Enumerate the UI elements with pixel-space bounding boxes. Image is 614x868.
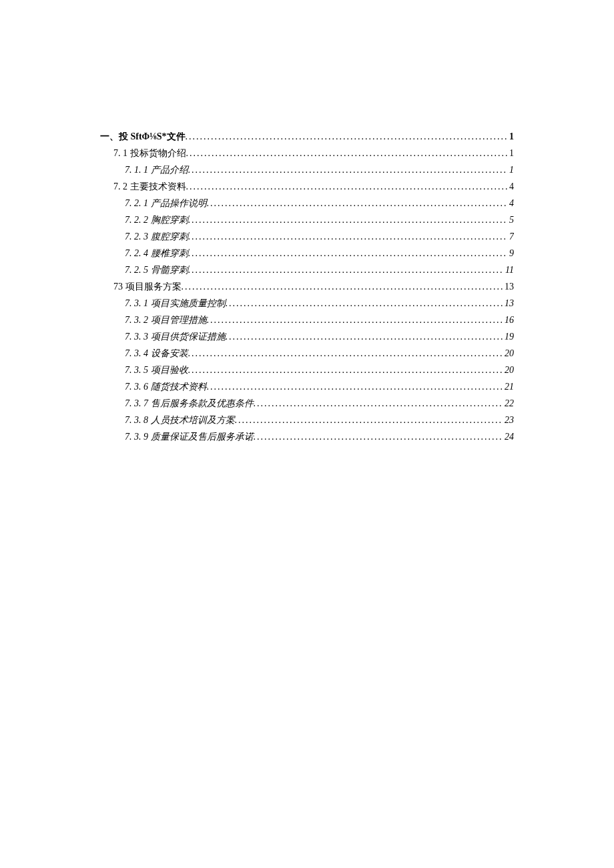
toc-entry-page: 24 — [503, 432, 514, 442]
toc-entry-label: 7. 2. 3 腹腔穿刺 — [125, 232, 188, 242]
toc-entry: 7. 3. 3 项目供货保证措施19 — [100, 332, 514, 342]
toc-entry-label: 73 项目服务方案 — [113, 282, 182, 292]
toc-leader-dots — [207, 382, 504, 392]
toc-entry-label: 7. 3. 9 质量保证及售后服务承诺 — [125, 432, 254, 442]
toc-entry: 7. 3. 5 项目验收20 — [100, 366, 514, 375]
toc-entry: 7. 3. 4 设备安装20 — [100, 349, 514, 358]
toc-entry-page: 7 — [508, 232, 514, 242]
toc-entry-label: 7. 2 主要技术资料 — [113, 182, 186, 191]
toc-leader-dots — [186, 132, 508, 141]
toc-entry-label: 7. 3. 7 售后服务条款及优惠条件 — [125, 399, 254, 408]
toc-entry-label: 7. 2. 5 骨髓穿刺 — [125, 266, 188, 275]
toc-entry: 7. 2. 3 腹腔穿刺7 — [100, 232, 514, 242]
toc-entry: 7. 2 主要技术资料4 — [100, 182, 514, 191]
toc-leader-dots — [186, 149, 509, 158]
toc-entry-label: 7. 3. 1 项目实施质量控制 — [125, 299, 226, 308]
toc-leader-dots — [254, 432, 504, 442]
toc-entry-page: 1 — [508, 132, 514, 141]
toc-entry-page: 9 — [508, 249, 514, 258]
toc-entry: 7. 1. 1 产品介绍1 — [100, 165, 514, 175]
toc-leader-dots — [207, 316, 504, 325]
table-of-contents: 一、投 SftΦ⅛S*文件17. 1 投标货物介绍17. 1. 1 产品介绍17… — [100, 132, 514, 442]
toc-leader-dots — [226, 299, 504, 308]
toc-leader-dots — [182, 282, 504, 292]
toc-entry-label: 7. 3. 3 项目供货保证措施 — [125, 332, 226, 342]
toc-entry: 7. 1 投标货物介绍1 — [100, 149, 514, 158]
toc-entry-label: 7. 1. 1 产品介绍 — [125, 165, 188, 175]
toc-leader-dots — [188, 215, 509, 225]
toc-entry-label: 7. 3. 8 人员技术培训及方案 — [125, 416, 235, 425]
toc-entry: 7. 3. 1 项目实施质量控制13 — [100, 299, 514, 308]
toc-entry-page: 4 — [508, 182, 514, 191]
toc-leader-dots — [188, 249, 509, 258]
toc-entry-label: 7. 2. 1 产品操作说明 — [125, 199, 207, 208]
toc-entry-label: 7. 2. 4 腰椎穿刺 — [125, 249, 188, 258]
toc-leader-dots — [207, 199, 509, 208]
toc-entry-page: 4 — [508, 199, 514, 208]
toc-entry: 7. 2. 1 产品操作说明4 — [100, 199, 514, 208]
toc-leader-dots — [188, 349, 504, 358]
toc-leader-dots — [186, 182, 509, 191]
toc-leader-dots — [188, 165, 509, 175]
toc-leader-dots — [254, 399, 504, 408]
toc-entry-label: 7. 1 投标货物介绍 — [113, 149, 186, 158]
toc-entry: 73 项目服务方案13 — [100, 282, 514, 292]
document-page: 一、投 SftΦ⅛S*文件17. 1 投标货物介绍17. 1. 1 产品介绍17… — [0, 0, 614, 868]
toc-entry: 7. 2. 2 胸腔穿刺5 — [100, 215, 514, 225]
toc-entry-label: 7. 3. 5 项目验收 — [125, 366, 188, 375]
toc-entry: 7. 3. 9 质量保证及售后服务承诺24 — [100, 432, 514, 442]
toc-entry: 7. 3. 8 人员技术培训及方案23 — [100, 416, 514, 425]
toc-entry-page: 19 — [503, 332, 514, 342]
toc-entry: 7. 2. 5 骨髓穿刺11 — [100, 266, 514, 275]
toc-entry: 7. 2. 4 腰椎穿刺9 — [100, 249, 514, 258]
toc-entry: 7. 3. 6 随货技术资料21 — [100, 382, 514, 392]
toc-entry-label: 7. 3. 6 随货技术资料 — [125, 382, 207, 392]
toc-entry: 一、投 SftΦ⅛S*文件1 — [100, 132, 514, 141]
toc-entry-label: 一、投 SftΦ⅛S*文件 — [100, 132, 186, 141]
toc-entry-page: 23 — [503, 416, 514, 425]
toc-leader-dots — [235, 416, 504, 425]
toc-entry-page: 13 — [503, 282, 514, 292]
toc-entry-page: 16 — [503, 316, 514, 325]
toc-entry-label: 7. 3. 4 设备安装 — [125, 349, 188, 358]
toc-entry-label: 7. 3. 2 项目管理措施 — [125, 316, 207, 325]
toc-entry-page: 11 — [504, 266, 514, 275]
toc-entry-page: 20 — [503, 349, 514, 358]
toc-entry-label: 7. 2. 2 胸腔穿刺 — [125, 215, 188, 225]
toc-leader-dots — [188, 266, 505, 275]
toc-leader-dots — [188, 232, 509, 242]
toc-entry-page: 20 — [503, 366, 514, 375]
toc-entry-page: 13 — [503, 299, 514, 308]
toc-entry-page: 1 — [508, 165, 514, 175]
toc-leader-dots — [226, 332, 504, 342]
toc-entry-page: 5 — [508, 215, 514, 225]
toc-entry-page: 1 — [508, 149, 514, 158]
toc-entry-page: 22 — [503, 399, 514, 408]
toc-entry: 7. 3. 7 售后服务条款及优惠条件22 — [100, 399, 514, 408]
toc-leader-dots — [188, 366, 504, 375]
toc-entry-page: 21 — [503, 382, 514, 392]
toc-entry: 7. 3. 2 项目管理措施16 — [100, 316, 514, 325]
